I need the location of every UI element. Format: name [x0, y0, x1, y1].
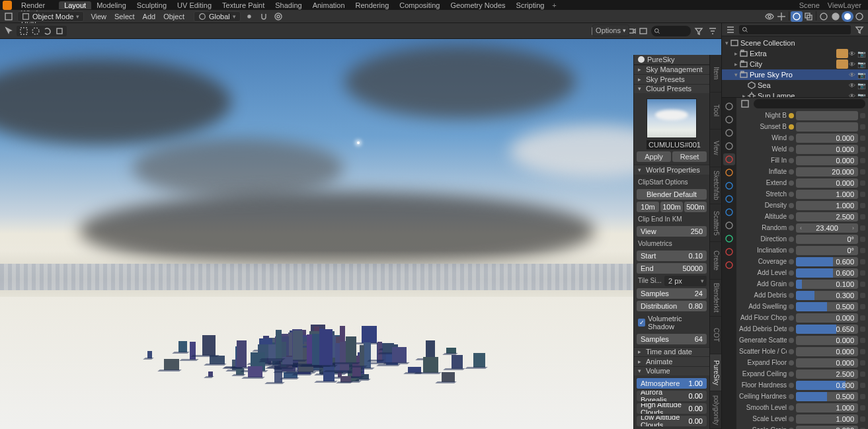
prop-tab-texture[interactable]	[723, 259, 735, 271]
prop-expand-ceiling[interactable]: Expand Ceiling2.500	[736, 368, 868, 379]
editor-type-icon[interactable]	[3, 11, 15, 22]
outliner-search-input[interactable]	[739, 25, 851, 34]
select-lasso-icon[interactable]	[42, 26, 54, 36]
clipstart-10m[interactable]: 10m	[637, 202, 659, 212]
prop-add-floor-chop[interactable]: Add Floor Chop0.000	[736, 312, 868, 323]
prop-tab-view[interactable]	[723, 127, 735, 139]
outliner-editor-icon[interactable]	[725, 24, 736, 35]
props-search-input[interactable]	[754, 99, 865, 108]
workspace-rendering[interactable]: Rendering	[350, 1, 395, 9]
section-animate[interactable]: ▸Animate	[634, 356, 709, 366]
section-world-properties[interactable]: ▾World Properties	[634, 165, 709, 175]
menu-render[interactable]: Render	[16, 1, 52, 9]
prop-tab-render[interactable]	[723, 100, 735, 112]
section-cloud-presets[interactable]: ▾Cloud Presets	[634, 84, 709, 94]
prop-ceiling-hardness[interactable]: Ceiling Hardness0.500	[736, 391, 868, 402]
prop-stretch[interactable]: Stretch1.000	[736, 188, 868, 200]
render-icon[interactable]	[637, 26, 649, 36]
mode-dropdown[interactable]: Object Mode▾	[17, 11, 84, 22]
proportional-icon[interactable]	[272, 11, 284, 22]
npanel-tab-puresky[interactable]: PureSky	[710, 354, 721, 392]
tile-dropdown[interactable]: 2 px▾	[664, 276, 707, 286]
prop-inflate[interactable]: Inflate20.000	[736, 166, 868, 177]
npanel-tab-create[interactable]: Create	[710, 242, 721, 280]
filter2-icon[interactable]	[707, 26, 719, 36]
prop-random[interactable]: Random‹23.400›	[736, 222, 868, 233]
rendered-shading-icon[interactable]	[853, 11, 865, 22]
prop-extend[interactable]: Extend0.000	[736, 177, 868, 188]
prop-add-grain[interactable]: Add Grain0.100	[736, 278, 868, 290]
prop-coverage[interactable]: Coverage0.600	[736, 256, 868, 267]
volume-low-altitude-clouds[interactable]: Low Altitude Clouds0.00	[637, 416, 707, 426]
props-editor-icon[interactable]	[739, 98, 751, 109]
workspace-animation[interactable]: Animation	[307, 1, 350, 9]
prop-tab-data[interactable]	[723, 233, 735, 245]
toolbar-select[interactable]: Select	[110, 13, 139, 20]
outliner-item[interactable]: ▸Extra👁📷	[722, 48, 868, 59]
wireframe-shading-icon[interactable]	[818, 11, 830, 22]
reset-button[interactable]: Reset	[672, 151, 707, 162]
outliner-item[interactable]: ▾Pure Sky Pro👁📷	[722, 69, 868, 80]
pivot-icon[interactable]	[243, 11, 255, 22]
outliner-item[interactable]: Sea👁📷	[722, 80, 868, 91]
options-dropdown[interactable]: Options▾	[592, 24, 629, 36]
workspace-uv-editing[interactable]: UV Editing	[172, 1, 217, 9]
viewlayer-dropdown[interactable]: ViewLayer	[824, 1, 865, 9]
orientation-dropdown[interactable]: Global▾	[194, 11, 241, 22]
workspace-compositing[interactable]: Compositing	[394, 1, 445, 9]
prop-add-debris-details[interactable]: Add Debris Details0.650	[736, 323, 868, 334]
outliner-item[interactable]: ▸Sun Lampe👁📷	[722, 91, 868, 97]
add-workspace-button[interactable]: +	[549, 1, 559, 9]
npanel-tab-sketchfab[interactable]: Sketchfab	[710, 167, 721, 205]
clipstart-100m[interactable]: 100m	[660, 202, 683, 212]
tool-cursor-icon[interactable]	[3, 26, 15, 36]
xray-icon[interactable]	[803, 11, 814, 22]
snap-icon[interactable]	[258, 11, 270, 22]
prop-tab-world[interactable]	[723, 153, 735, 165]
overlay-toggle-icon[interactable]	[791, 11, 803, 22]
prop-add-swelling[interactable]: Add Swelling0.500	[736, 301, 868, 312]
vol-end-field[interactable]: End50000	[637, 263, 707, 274]
viewport-3d[interactable]: PureSky ▸Sky Management ▸Sky Presets ▾Cl…	[0, 39, 721, 429]
prop-tab-scene[interactable]	[723, 140, 735, 152]
npanel-tab-blenderkit[interactable]: Blenderkit	[710, 280, 721, 317]
viewport-search-input[interactable]	[651, 26, 691, 36]
section-time-date[interactable]: ▸Time and date	[634, 347, 709, 357]
npanel-tab-view[interactable]: View	[710, 130, 721, 167]
prop-generate-scatteri-[interactable]: Generate Scatteri...0.000	[736, 334, 868, 346]
prop-add-level[interactable]: Add Level0.600	[736, 267, 868, 278]
select-tweak-icon[interactable]	[54, 26, 65, 36]
prop-tab-material[interactable]	[723, 246, 735, 258]
workspace-sculpting[interactable]: Sculpting	[132, 1, 172, 9]
toolbar-object[interactable]: Object	[159, 13, 188, 20]
prop-sunset-b[interactable]: Sunset B	[736, 121, 868, 132]
volume-high-altitude-clouds[interactable]: High Altitude Clouds0.00	[637, 403, 707, 414]
workspace-geometry-nodes[interactable]: Geometry Nodes	[445, 1, 510, 9]
prop-density[interactable]: Density1.000	[736, 200, 868, 211]
scene-dropdown[interactable]: Scene	[795, 1, 824, 9]
outliner-filter-icon[interactable]	[853, 24, 865, 35]
select-box-icon[interactable]	[18, 26, 30, 36]
npanel-header[interactable]: PureSky	[634, 55, 709, 65]
select-circle-icon[interactable]	[30, 26, 42, 36]
cloud-preset-thumbnail[interactable]	[647, 98, 697, 138]
apply-button[interactable]: Apply	[637, 151, 671, 162]
material-shading-icon[interactable]	[842, 11, 853, 22]
prop-floor-hardness[interactable]: Floor Hardness0.800	[736, 379, 868, 391]
prop-expand-floor[interactable]: Expand Floor0.000	[736, 357, 868, 368]
prop-weld[interactable]: Weld0.000	[736, 143, 868, 155]
prop-altitude[interactable]: Altitude2.500	[736, 211, 868, 222]
toolbar-view[interactable]: View	[87, 13, 110, 20]
toolbar-add[interactable]: Add	[139, 13, 160, 20]
workspace-texture-paint[interactable]: Texture Paint	[217, 1, 270, 9]
workspace-scripting[interactable]: Scripting	[511, 1, 550, 9]
prop-tab-modifier[interactable]	[723, 180, 735, 192]
prop-tab-object[interactable]	[723, 167, 735, 178]
prop-tab-constraint[interactable]	[723, 219, 735, 231]
section-sky-management[interactable]: ▸Sky Management	[634, 65, 709, 75]
prop-tab-output[interactable]	[723, 114, 735, 126]
prop-tab-physics[interactable]	[723, 206, 735, 218]
npanel-tab-item[interactable]: Item	[710, 55, 721, 93]
clipstart-500m[interactable]: 500m	[684, 202, 707, 212]
gizmo-icon[interactable]	[775, 11, 787, 22]
